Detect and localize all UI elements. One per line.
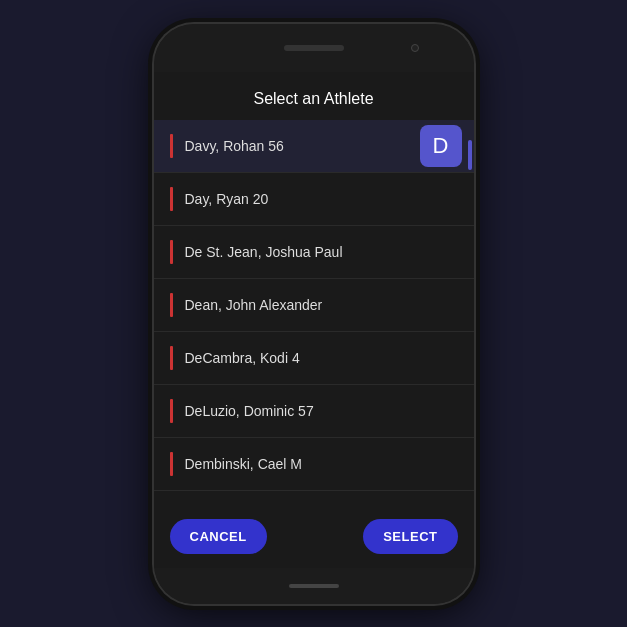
scroll-indicator xyxy=(468,140,472,170)
athlete-name: DeLuzio, Dominic 57 xyxy=(185,403,314,419)
phone-bottom-bar xyxy=(154,568,474,604)
left-bar-icon xyxy=(170,452,173,476)
left-bar-icon xyxy=(170,187,173,211)
left-bar-icon xyxy=(170,134,173,158)
cancel-button[interactable]: CANCEL xyxy=(170,519,267,554)
athlete-name: DeCambra, Kodi 4 xyxy=(185,350,300,366)
alphabet-bubble: D xyxy=(420,125,462,167)
speaker xyxy=(284,45,344,51)
athlete-name: De St. Jean, Joshua Paul xyxy=(185,244,343,260)
list-item[interactable]: Davy, Rohan 56D xyxy=(154,120,474,173)
button-bar: CANCEL SELECT xyxy=(154,507,474,568)
athlete-name: Dembinski, Cael M xyxy=(185,456,302,472)
left-bar-icon xyxy=(170,346,173,370)
camera xyxy=(411,44,419,52)
list-item[interactable]: De St. Jean, Joshua Paul xyxy=(154,226,474,279)
phone-screen: Select an Athlete Davy, Rohan 56DDay, Ry… xyxy=(154,72,474,568)
left-bar-icon xyxy=(170,240,173,264)
list-item[interactable]: Dembinski, Cael M xyxy=(154,438,474,491)
athlete-name: Day, Ryan 20 xyxy=(185,191,269,207)
left-bar-icon xyxy=(170,399,173,423)
phone-top-bar xyxy=(154,24,474,72)
athlete-name: Dean, John Alexander xyxy=(185,297,323,313)
left-bar-icon xyxy=(170,293,173,317)
select-button[interactable]: SELECT xyxy=(363,519,457,554)
athlete-list: Davy, Rohan 56DDay, Ryan 20De St. Jean, … xyxy=(154,120,474,507)
list-item[interactable]: DeCambra, Kodi 4 xyxy=(154,332,474,385)
home-indicator xyxy=(289,584,339,588)
phone-frame: Select an Athlete Davy, Rohan 56DDay, Ry… xyxy=(154,24,474,604)
athlete-name: Davy, Rohan 56 xyxy=(185,138,284,154)
list-item[interactable]: Day, Ryan 20 xyxy=(154,173,474,226)
screen-title: Select an Athlete xyxy=(154,72,474,120)
list-item[interactable]: Dean, John Alexander xyxy=(154,279,474,332)
list-item[interactable]: DeLuzio, Dominic 57 xyxy=(154,385,474,438)
